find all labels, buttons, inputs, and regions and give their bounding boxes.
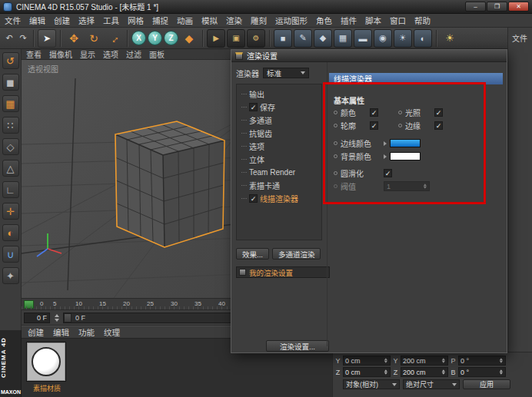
menu-help[interactable]: 帮助 <box>414 15 431 26</box>
threshold-field[interactable]: 1 <box>384 181 430 191</box>
vp-menu-cameras[interactable]: 摄像机 <box>49 48 72 60</box>
coord-size-z-field[interactable]: 200 cm <box>401 367 448 377</box>
vp-menu-options[interactable]: 选项 <box>103 48 118 60</box>
menu-character[interactable]: 角色 <box>316 15 332 26</box>
default-light-icon[interactable]: ☀ <box>441 29 459 48</box>
multipass-render-button[interactable]: 多通道渲染 <box>272 248 321 260</box>
floor-icon[interactable]: ▬ <box>354 29 372 48</box>
y-axis-lock-icon[interactable]: Y <box>148 31 162 45</box>
generators-icon[interactable]: ▦ <box>334 29 352 48</box>
enable-axis-icon[interactable]: ✛ <box>2 203 19 220</box>
menu-mograph[interactable]: 运动图形 <box>275 15 308 26</box>
keyframe-dot[interactable] <box>398 124 402 127</box>
render-preset-row[interactable]: 我的渲染设置 <box>236 266 330 278</box>
menu-window[interactable]: 窗口 <box>390 15 406 26</box>
add-cube-icon[interactable]: ■ <box>274 29 292 48</box>
menu-edit[interactable]: 编辑 <box>29 15 45 26</box>
keyframe-dot[interactable] <box>334 124 337 127</box>
tree-item-cel-renderer[interactable]: ✓线描渲染器 <box>241 192 321 205</box>
maximize-button[interactable]: ❐ <box>487 2 507 12</box>
tree-item-sketch-toon[interactable]: 素描卡通 <box>241 179 321 192</box>
minimize-button[interactable]: – <box>465 2 486 12</box>
smoothing-checkbox[interactable]: ✓ <box>384 169 392 177</box>
tree-item-output[interactable]: 输出 <box>241 88 321 101</box>
menu-create[interactable]: 创建 <box>54 15 70 26</box>
render-settings-icon[interactable]: ⚙ <box>247 29 265 48</box>
right-panel-file-menu[interactable]: 文件 <box>508 28 532 44</box>
keyframe-dot[interactable] <box>334 141 337 145</box>
scale-tool-icon[interactable]: ↔ <box>101 25 127 51</box>
menu-select[interactable]: 选择 <box>78 15 95 26</box>
menu-plugins[interactable]: 插件 <box>341 15 357 26</box>
mat-menu-create[interactable]: 创建 <box>28 326 44 338</box>
menu-render[interactable]: 渲染 <box>226 15 242 26</box>
render-picture-viewer-icon[interactable]: ▣ <box>227 29 245 48</box>
expand-triangle-icon[interactable] <box>384 154 387 159</box>
effect-header[interactable]: 线描渲染器 <box>329 73 503 84</box>
save-checkbox[interactable]: ✓ <box>249 103 258 111</box>
coord-pos-y-field[interactable]: 0 cm <box>343 356 391 366</box>
menu-simulate[interactable]: 模拟 <box>201 15 218 26</box>
z-axis-lock-icon[interactable]: Z <box>164 31 178 45</box>
viewport-solo-icon[interactable]: ◐ <box>2 224 19 241</box>
polygons-mode-icon[interactable]: △ <box>2 160 19 177</box>
cel-renderer-checkbox[interactable]: ✓ <box>249 194 258 203</box>
tree-item-multipass[interactable]: 多通道 <box>241 114 321 127</box>
menu-script[interactable]: 脚本 <box>365 15 381 26</box>
keyframe-dot[interactable] <box>334 111 337 114</box>
menu-tools[interactable]: 工具 <box>103 15 119 26</box>
range-left-grip[interactable] <box>64 313 71 323</box>
coord-size-mode-select[interactable]: 绝对尺寸 <box>403 379 460 389</box>
spline-pen-icon[interactable]: ✎ <box>294 29 312 48</box>
coord-mode-select[interactable]: 对象(相对) <box>343 379 400 389</box>
subdivision-surface-icon[interactable]: ◆ <box>314 29 332 48</box>
menu-sculpt[interactable]: 雕刻 <box>251 15 267 26</box>
x-axis-lock-icon[interactable]: X <box>131 31 146 45</box>
outline-checkbox[interactable]: ✓ <box>370 121 378 130</box>
coord-pos-z-field[interactable]: 0 cm <box>343 367 391 377</box>
keyframe-dot[interactable] <box>398 111 402 114</box>
make-editable-icon[interactable]: ↺ <box>2 52 19 69</box>
tree-item-options[interactable]: 选项 <box>241 140 321 153</box>
menu-animate[interactable]: 动画 <box>177 15 193 26</box>
sky-icon[interactable]: ◐ <box>414 29 432 48</box>
tree-item-stereoscopic[interactable]: 立体 <box>241 153 321 166</box>
coord-rot-p-field[interactable]: 0 ° <box>458 356 506 366</box>
vp-menu-filter[interactable]: 过滤 <box>126 48 141 60</box>
edges-checkbox[interactable]: ✓ <box>434 121 443 130</box>
points-mode-icon[interactable]: ∷ <box>2 117 19 134</box>
render-settings-button[interactable]: 渲染设置... <box>266 340 329 352</box>
lock-icon[interactable]: ✦ <box>2 267 19 284</box>
background-color-swatch[interactable] <box>390 152 421 160</box>
rotate-tool-icon[interactable]: ↻ <box>85 29 103 48</box>
material-name[interactable]: 素描材质 <box>23 383 71 393</box>
effect-button[interactable]: 效果... <box>236 248 269 260</box>
close-button[interactable]: ✕ <box>508 2 529 12</box>
light-icon[interactable]: ☀ <box>394 29 412 48</box>
frame-stepper[interactable] <box>53 314 60 322</box>
edges-mode-icon[interactable]: ◇ <box>2 138 19 155</box>
vp-menu-view[interactable]: 查看 <box>26 48 42 60</box>
keyframe-dot[interactable] <box>334 171 337 175</box>
live-selection-icon[interactable]: ➤ <box>38 29 56 48</box>
mat-menu-texture[interactable]: 纹理 <box>104 326 120 338</box>
vp-menu-display[interactable]: 显示 <box>80 48 95 60</box>
coord-rot-b-field[interactable]: 0 ° <box>458 367 506 377</box>
enable-snap-icon[interactable]: ∪ <box>2 246 19 263</box>
texture-mode-icon[interactable]: ▦ <box>2 95 19 112</box>
current-frame-field[interactable]: 0 F <box>24 313 50 323</box>
tree-item-team-render[interactable]: Team Render <box>241 166 321 179</box>
coord-system-icon[interactable]: ◆ <box>180 29 198 48</box>
tree-item-antialiasing[interactable]: 抗锯齿 <box>241 127 321 140</box>
mat-menu-edit[interactable]: 编辑 <box>53 326 69 338</box>
vp-menu-panel[interactable]: 面板 <box>149 48 165 60</box>
edge-color-swatch[interactable] <box>390 139 421 147</box>
menu-file[interactable]: 文件 <box>5 15 21 26</box>
keyframe-dot[interactable] <box>334 154 337 158</box>
coord-size-y-field[interactable]: 200 cm <box>401 356 448 366</box>
camera-icon[interactable]: ◉ <box>374 29 392 48</box>
menu-snap[interactable]: 捕捉 <box>152 15 168 26</box>
render-view-icon[interactable]: ▶ <box>207 29 225 48</box>
renderer-select[interactable]: 标准 <box>263 68 309 78</box>
color-checkbox[interactable]: ✓ <box>370 108 378 117</box>
